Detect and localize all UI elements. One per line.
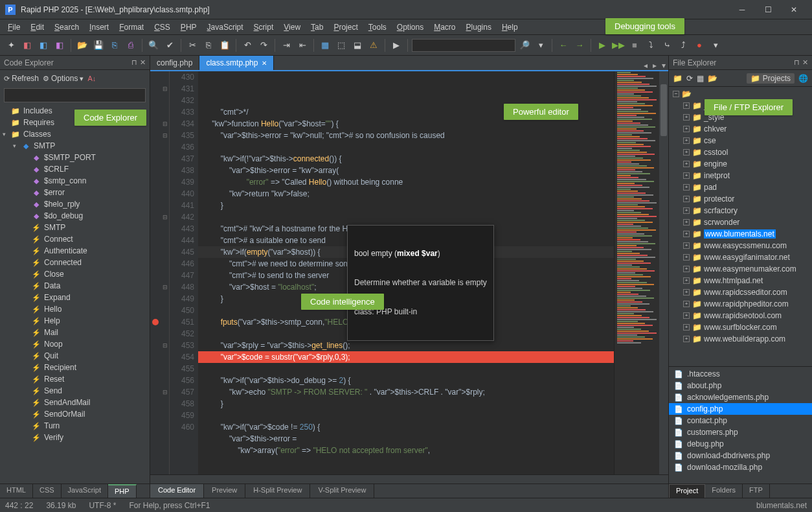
folder-www.rapidphpeditor.com[interactable]: +📁www.rapidphpeditor.com bbox=[669, 298, 812, 310]
minimize-button[interactable]: ─ bbox=[729, 1, 755, 19]
method-authenticate[interactable]: ⚡Authenticate bbox=[0, 245, 150, 257]
outdent-button[interactable]: ⇤ bbox=[295, 38, 310, 52]
method-hello[interactable]: ⚡Hello bbox=[0, 303, 150, 315]
file-debug.php[interactable]: 📄debug.php bbox=[669, 438, 812, 450]
refresh-button[interactable]: ⟳ Refresh bbox=[4, 74, 39, 83]
projects-dropdown[interactable]: 📁 Projects bbox=[747, 73, 795, 84]
folder-www.webuilderapp.com[interactable]: +📁www.webuilderapp.com bbox=[669, 333, 812, 345]
folder-engine[interactable]: +📁engine bbox=[669, 158, 812, 170]
method-sendandmail[interactable]: ⚡SendAndMail bbox=[0, 397, 150, 408]
menu-css[interactable]: CSS bbox=[149, 21, 175, 34]
tab-nav-2[interactable]: ▾ bbox=[659, 61, 668, 70]
editor-body[interactable]: ⊟⊟⊟⊟⊟⊟⊟ 43043143243343443543643743843944… bbox=[150, 71, 668, 474]
file-config.php[interactable]: 📄config.php bbox=[669, 403, 812, 415]
tab-config.php[interactable]: config.php bbox=[150, 56, 199, 70]
paste-button[interactable]: 📋 bbox=[218, 38, 232, 52]
new-file-button[interactable]: ✦ bbox=[4, 38, 18, 52]
var-CRLF[interactable]: ◆$CRLF bbox=[0, 163, 150, 175]
method-recipient[interactable]: ⚡Recipient bbox=[0, 362, 150, 373]
run-button[interactable]: ▶ bbox=[389, 38, 403, 52]
open-button[interactable]: 📂 bbox=[75, 38, 89, 52]
folder-cse[interactable]: +📁cse bbox=[669, 135, 812, 146]
explorer-search-input[interactable] bbox=[4, 88, 146, 102]
menu-tab[interactable]: Tab bbox=[306, 21, 328, 34]
new-html-button[interactable]: ◧ bbox=[20, 38, 34, 52]
folder-www.blumentals.net[interactable]: +📁www.blumentals.net bbox=[669, 228, 812, 240]
toolbar-search-input[interactable] bbox=[412, 39, 515, 52]
menu-view[interactable]: View bbox=[278, 21, 306, 34]
file-download-dbdrivers.php[interactable]: 📄download-dbdrivers.php bbox=[669, 450, 812, 461]
method-smtp[interactable]: ⚡SMTP bbox=[0, 222, 150, 233]
toggle-breakpoint-button[interactable]: ● bbox=[692, 38, 706, 52]
code-editor[interactable]: "cmt">*/ "kw">function Hello("var">$host… bbox=[198, 71, 614, 474]
file-contact.php[interactable]: 📄contact.php bbox=[669, 415, 812, 426]
pin-button[interactable]: ⊓ bbox=[794, 58, 800, 67]
method-sendormail[interactable]: ⚡SendOrMail bbox=[0, 408, 150, 420]
find-next-button[interactable]: 🔎 bbox=[517, 38, 532, 52]
options-button[interactable]: ⚙ Options ▾ bbox=[43, 74, 84, 83]
method-data[interactable]: ⚡Data bbox=[0, 280, 150, 292]
menu-options[interactable]: Options bbox=[392, 21, 429, 34]
method-send[interactable]: ⚡Send bbox=[0, 385, 150, 397]
folder-csstool[interactable]: +📁csstool bbox=[669, 146, 812, 158]
code-explorer-tree[interactable]: 📁Includes📁Requires▾📁Classes▾◆SMTP◆$SMTP_… bbox=[0, 104, 150, 483]
menu-help[interactable]: Help bbox=[497, 21, 523, 34]
nav-back-button[interactable]: ← bbox=[556, 38, 570, 52]
pin-button[interactable]: ⊓ bbox=[131, 58, 137, 67]
vertical-scrollbar[interactable] bbox=[659, 71, 668, 474]
class-smtp[interactable]: ▾◆SMTP bbox=[0, 140, 150, 152]
lang-tab-javascript[interactable]: JavaScript bbox=[62, 484, 108, 498]
method-connected[interactable]: ⚡Connected bbox=[0, 257, 150, 268]
fe-tab-folders[interactable]: Folders bbox=[705, 484, 743, 498]
minimap[interactable] bbox=[614, 71, 659, 474]
refresh-folders-button[interactable]: ⟳ bbox=[686, 74, 693, 83]
debug-step-into-button[interactable]: ⤷ bbox=[660, 38, 674, 52]
var-error[interactable]: ◆$error bbox=[0, 187, 150, 198]
new-css-button[interactable]: ◧ bbox=[36, 38, 51, 52]
spellcheck-button[interactable]: ✔ bbox=[163, 38, 177, 52]
folder-pad[interactable]: +📁pad bbox=[669, 181, 812, 193]
file-customers.php[interactable]: 📄customers.php bbox=[669, 426, 812, 438]
close-button[interactable]: ✕ bbox=[781, 1, 807, 19]
validate-button[interactable]: ⚠ bbox=[367, 38, 381, 52]
menu-php[interactable]: PHP bbox=[175, 21, 202, 34]
menu-search[interactable]: Search bbox=[49, 21, 84, 34]
folder-classes[interactable]: ▾📁Classes bbox=[0, 128, 150, 140]
folder-root[interactable]: −📂 bbox=[669, 88, 812, 100]
lang-tab-php[interactable]: PHP bbox=[108, 484, 137, 498]
new-php-button[interactable]: ◧ bbox=[52, 38, 67, 52]
indent-button[interactable]: ⇥ bbox=[279, 38, 293, 52]
breakpoint-gutter[interactable] bbox=[150, 71, 161, 474]
fe-tab-project[interactable]: Project bbox=[669, 484, 705, 498]
menu-format[interactable]: Format bbox=[114, 21, 149, 34]
save-project-button[interactable]: ⎙ bbox=[124, 38, 138, 52]
var-smtp_conn[interactable]: ◆$smtp_conn bbox=[0, 175, 150, 187]
tab-class.smtp.php[interactable]: class.smtp.php✕ bbox=[199, 56, 274, 70]
menu-tools[interactable]: Tools bbox=[363, 21, 392, 34]
view-tab-0[interactable]: Code Editor bbox=[150, 484, 204, 498]
folder-www.surfblocker.com[interactable]: +📁www.surfblocker.com bbox=[669, 321, 812, 333]
file-.htaccess[interactable]: 📄.htaccess bbox=[669, 368, 812, 380]
nav-forward-button[interactable]: → bbox=[572, 38, 587, 52]
folder-inetprot[interactable]: +📁inetprot bbox=[669, 170, 812, 181]
method-quit[interactable]: ⚡Quit bbox=[0, 350, 150, 362]
method-close[interactable]: ⚡Close bbox=[0, 268, 150, 280]
horizontal-scrollbar[interactable] bbox=[150, 474, 668, 483]
folder-www.easycssmenu.com[interactable]: +📁www.easycssmenu.com bbox=[669, 240, 812, 251]
method-expand[interactable]: ⚡Expand bbox=[0, 292, 150, 303]
view-tab-3[interactable]: V-Split Preview bbox=[310, 484, 374, 498]
sort-button[interactable]: A↓ bbox=[87, 75, 96, 82]
menu-edit[interactable]: Edit bbox=[25, 21, 49, 34]
method-reset[interactable]: ⚡Reset bbox=[0, 373, 150, 385]
debug-step-out-button[interactable]: ⤴ bbox=[676, 38, 690, 52]
save-button[interactable]: 💾 bbox=[91, 38, 106, 52]
menu-file[interactable]: File bbox=[3, 21, 25, 34]
tab-nav-1[interactable]: ▸ bbox=[650, 61, 659, 70]
method-help[interactable]: ⚡Help bbox=[0, 315, 150, 327]
panel-close-button[interactable]: ✕ bbox=[140, 58, 146, 67]
new-folder-button[interactable]: 📁 bbox=[673, 74, 682, 83]
method-connect[interactable]: ⚡Connect bbox=[0, 233, 150, 245]
folder-scrfactory[interactable]: +📁scrfactory bbox=[669, 205, 812, 216]
file-download-mozilla.php[interactable]: 📄download-mozilla.php bbox=[669, 461, 812, 473]
undo-button[interactable]: ↶ bbox=[240, 38, 254, 52]
